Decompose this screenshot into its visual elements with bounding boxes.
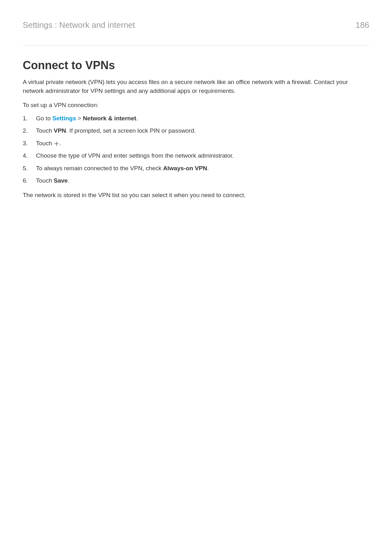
page-title: Connect to VPNs (23, 59, 369, 72)
step-3-suffix: . (59, 140, 61, 147)
step-1-sep: > (76, 115, 83, 122)
step-3-prefix: Touch (36, 140, 54, 147)
step-4: Choose the type of VPN and enter setting… (23, 151, 369, 160)
step-3: Touch . (23, 139, 369, 148)
step-1: Go to Settings > Network & internet. (23, 114, 369, 123)
breadcrumb: Settings : Network and internet (23, 20, 135, 30)
step-5-prefix: To always remain connected to the VPN, c… (36, 165, 163, 172)
step-1-suffix: . (136, 115, 138, 122)
step-1-bold: Network & internet (83, 115, 136, 122)
svg-rect-1 (54, 143, 59, 144)
intro-paragraph: A virtual private network (VPN) lets you… (23, 78, 369, 95)
instructions-lead: To set up a VPN connection: (23, 101, 369, 110)
step-1-prefix: Go to (36, 115, 52, 122)
step-5: To always remain connected to the VPN, c… (23, 164, 369, 173)
step-5-suffix: . (207, 165, 209, 172)
step-2: Touch VPN. If prompted, set a screen loc… (23, 126, 369, 135)
step-6-prefix: Touch (36, 177, 54, 184)
header-divider (23, 45, 369, 45)
page-header: Settings : Network and internet 186 (23, 20, 369, 30)
step-6-suffix: . (68, 177, 69, 184)
step-2-prefix: Touch (36, 127, 54, 134)
step-6-bold: Save (54, 177, 68, 184)
steps-list: Go to Settings > Network & internet. Tou… (23, 114, 369, 185)
step-5-bold: Always-on VPN (163, 165, 207, 172)
plus-icon (54, 141, 59, 146)
step-6: Touch Save. (23, 176, 369, 185)
page-number: 186 (356, 20, 369, 30)
settings-link[interactable]: Settings (52, 115, 76, 122)
step-2-suffix: . If prompted, set a screen lock PIN or … (66, 127, 196, 134)
step-2-bold: VPN (54, 127, 66, 134)
outro-paragraph: The network is stored in the VPN list so… (23, 191, 369, 200)
